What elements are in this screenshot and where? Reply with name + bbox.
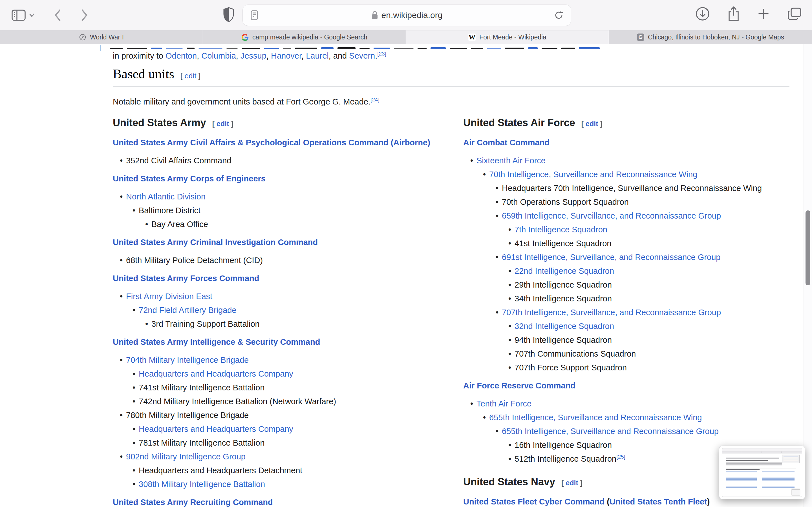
list-item: •68th Military Police Detachment (CID): [113, 256, 463, 265]
wiki-link[interactable]: Air Combat Command: [463, 138, 550, 147]
wiki-link[interactable]: 7th Intelligence Squadron: [515, 225, 607, 234]
wiki-link[interactable]: United States Army Forces Command: [113, 274, 259, 283]
compass-icon: [79, 34, 86, 41]
text-segment: 29th Intelligence Squadron: [515, 280, 612, 289]
list-item: •Headquarters and Headquarters Company: [113, 370, 463, 378]
text-segment: in proximity to: [113, 51, 165, 60]
address-bar[interactable]: en.wikipedia.org: [243, 4, 571, 26]
wiki-link[interactable]: 704th Military Intelligence Brigade: [126, 355, 249, 364]
footnote-ref[interactable]: [23]: [377, 51, 386, 57]
new-tab-icon[interactable]: [757, 8, 770, 20]
wiki-link[interactable]: 655th Intelligence, Surveillance and Rec…: [502, 427, 719, 436]
bullet-icon: •: [133, 480, 135, 489]
forward-button-icon[interactable]: [81, 8, 89, 22]
wiki-link[interactable]: 655th Intelligence, Surveillance and Rec…: [489, 413, 702, 422]
text-segment: , and: [329, 51, 349, 60]
wiki-link[interactable]: 72nd Field Artillery Brigade: [139, 305, 237, 315]
text-segment: 3rd Training Support Battalion: [151, 320, 260, 328]
url-text[interactable]: en.wikipedia.org: [382, 10, 443, 20]
wiki-link[interactable]: 308th Military Intelligence Battalion: [139, 480, 265, 489]
list-item: •3rd Training Support Battalion: [113, 320, 463, 328]
text-segment: 41st Intelligence Squadron: [515, 239, 611, 248]
wiki-link[interactable]: First Army Division East: [126, 292, 212, 301]
tab-2[interactable]: camp meade wikipedia - Google Search: [203, 31, 406, 44]
back-button-icon[interactable]: [54, 8, 61, 22]
tab-overview-icon[interactable]: [787, 7, 802, 20]
wiki-link[interactable]: 691st Intelligence, Surveillance, and Re…: [502, 252, 720, 262]
bullet-icon: •: [508, 294, 511, 303]
wiki-link[interactable]: Severn: [349, 51, 375, 60]
list-item: •659th Intelligence, Surveillance, and R…: [463, 212, 795, 220]
bullet-icon: •: [145, 220, 148, 228]
wiki-link[interactable]: United States Army Corps of Engineers: [113, 174, 266, 183]
footnote-ref[interactable]: [24]: [370, 97, 379, 103]
edit-link[interactable]: [ edit ]: [212, 120, 234, 128]
footnote-ref[interactable]: [25]: [616, 454, 625, 460]
list-item: •70th Intelligence, Surveillance and Rec…: [463, 170, 795, 179]
bullet-icon: •: [133, 306, 135, 314]
text-segment: Headquarters 70th Intelligence, Surveill…: [502, 184, 762, 193]
text-segment: Headquarters and Headquarters Detachment: [139, 466, 302, 475]
sidebar-toggle-icon[interactable]: [11, 9, 26, 21]
reload-icon[interactable]: [554, 10, 564, 20]
mini-page-body: [722, 453, 802, 497]
tab-3[interactable]: WFort Meade - Wikipedia: [406, 31, 609, 44]
text-segment: Baltimore District: [139, 206, 200, 215]
wiki-link[interactable]: Air Force Reserve Command: [463, 381, 575, 390]
wiki-link[interactable]: 70th Intelligence, Surveillance and Reco…: [489, 170, 697, 179]
wiki-link[interactable]: 32nd Intelligence Squadron: [515, 322, 614, 331]
wiki-link[interactable]: United States Army Civil Affairs & Psych…: [113, 138, 430, 147]
wiki-link[interactable]: Hanover: [271, 51, 301, 60]
wiki-link[interactable]: 22nd Intelligence Squadron: [515, 267, 614, 276]
list-item: •902nd Military Intelligence Group: [113, 452, 463, 461]
edit-link[interactable]: [ edit ]: [581, 120, 603, 128]
wiki-link[interactable]: United States Fleet Cyber Command: [463, 497, 605, 506]
screenshot-preview-content: [722, 448, 802, 497]
wiki-link[interactable]: Sixteenth Air Force: [476, 156, 546, 165]
wiki-link[interactable]: United States Army Intelligence & Securi…: [113, 337, 320, 346]
bullet-icon: •: [508, 225, 511, 234]
wiki-link[interactable]: 707th Intelligence, Surveillance, and Re…: [502, 308, 721, 317]
list-item: •Sixteenth Air Force: [463, 156, 795, 165]
bullet-icon: •: [120, 156, 123, 165]
clipped-link-fragment: [100, 45, 101, 51]
wiki-link[interactable]: Headquarters and Headquarters Company: [139, 369, 293, 378]
intro-paragraph: in proximity to Odenton, Columbia, Jessu…: [113, 51, 386, 61]
list-item: •32nd Intelligence Squadron: [463, 322, 795, 330]
wiki-link[interactable]: United States Tenth Fleet: [610, 497, 707, 506]
wiki-link[interactable]: Columbia: [201, 51, 236, 60]
privacy-shield-icon[interactable]: [223, 7, 235, 22]
scrollbar-track[interactable]: [804, 44, 812, 507]
edit-link[interactable]: [ edit ]: [181, 71, 200, 80]
command-entry: United States Army Recruiting Command: [113, 497, 463, 507]
tab-4[interactable]: GChicago, Illinois to Hoboken, NJ - Goog…: [609, 31, 812, 44]
text-segment: 741st Military Intelligence Battalion: [139, 383, 265, 392]
list-item: •704th Military Intelligence Brigade: [113, 356, 463, 364]
wiki-link[interactable]: United States Army Recruiting Command: [113, 498, 273, 507]
wiki-link[interactable]: 659th Intelligence, Surveillance, and Re…: [502, 211, 721, 220]
wiki-link[interactable]: Tenth Air Force: [476, 399, 531, 408]
sidebar-chevron-down-icon[interactable]: [29, 13, 35, 17]
bullet-icon: •: [133, 425, 135, 433]
wiki-link[interactable]: Odenton: [165, 51, 197, 60]
wiki-link[interactable]: 902nd Military Intelligence Group: [126, 452, 246, 461]
bullet-icon: •: [133, 439, 135, 447]
wikipedia-page: in proximity to Odenton, Columbia, Jessu…: [0, 44, 812, 507]
bullet-icon: •: [133, 383, 135, 392]
command-entry: Air Combat Command: [463, 138, 795, 147]
share-icon[interactable]: [727, 6, 740, 21]
bullet-icon: •: [496, 253, 499, 262]
wiki-link[interactable]: North Atlantic Division: [126, 192, 206, 201]
tab-1[interactable]: World War I: [0, 31, 203, 44]
bullet-icon: •: [496, 212, 499, 220]
list-item: •655th Intelligence, Surveillance and Re…: [463, 413, 795, 421]
downloads-icon[interactable]: [695, 6, 710, 21]
wiki-link[interactable]: Headquarters and Headquarters Company: [139, 425, 293, 434]
wiki-link[interactable]: United States Army Criminal Investigatio…: [113, 238, 318, 247]
edit-link[interactable]: [ edit ]: [561, 479, 582, 487]
wiki-link[interactable]: Jessup: [241, 51, 266, 60]
wiki-link[interactable]: Laurel: [306, 51, 329, 60]
screenshot-preview-thumbnail[interactable]: [719, 446, 805, 499]
wiki-link[interactable]: [25]: [616, 454, 625, 460]
scrollbar-thumb[interactable]: [806, 210, 810, 285]
